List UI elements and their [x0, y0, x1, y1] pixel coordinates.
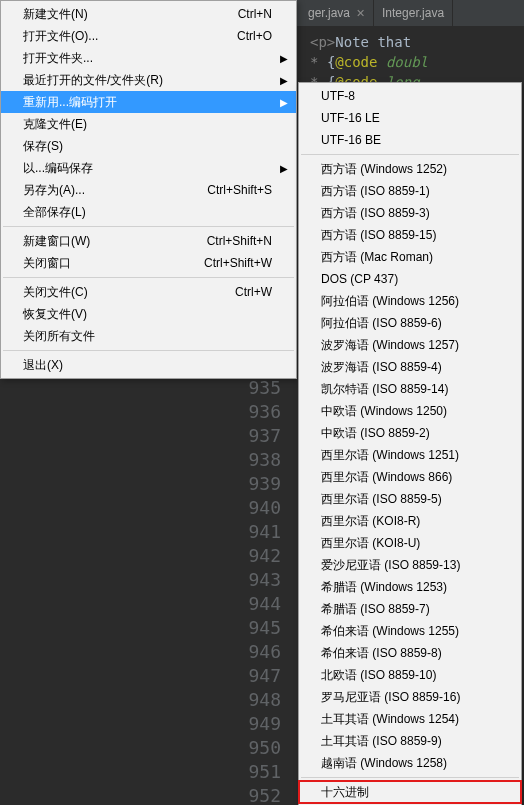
encoding-item-label: 凯尔特语 (ISO 8859-14) — [321, 381, 448, 398]
encoding-item[interactable]: 西方语 (ISO 8859-1) — [299, 180, 521, 202]
encoding-item[interactable]: 西里尔语 (Windows 866) — [299, 466, 521, 488]
chevron-right-icon: ▶ — [280, 53, 288, 64]
encoding-item-label: 土耳其语 (Windows 1254) — [321, 711, 459, 728]
menu-item-shortcut: Ctrl+Shift+N — [207, 234, 272, 248]
encoding-item-label: 爱沙尼亚语 (ISO 8859-13) — [321, 557, 460, 574]
menu-item-label: 新建窗口(W) — [23, 233, 207, 250]
encoding-item[interactable]: UTF-8 — [299, 85, 521, 107]
code-text: <p> — [310, 34, 335, 50]
menu-item[interactable]: 恢复文件(V) — [1, 303, 296, 325]
encoding-item-label: 西方语 (ISO 8859-3) — [321, 205, 430, 222]
menu-item[interactable]: 新建窗口(W)Ctrl+Shift+N — [1, 230, 296, 252]
menu-item[interactable]: 克隆文件(E) — [1, 113, 296, 135]
chevron-right-icon: ▶ — [280, 163, 288, 174]
encoding-item[interactable]: 越南语 (Windows 1258) — [299, 752, 521, 774]
chevron-right-icon: ▶ — [280, 75, 288, 86]
encoding-item[interactable]: 土耳其语 (Windows 1254) — [299, 708, 521, 730]
encoding-item[interactable]: UTF-16 LE — [299, 107, 521, 129]
menu-item[interactable]: 最近打开的文件/文件夹(R)▶ — [1, 69, 296, 91]
menu-separator — [301, 777, 519, 778]
encoding-item[interactable]: 西里尔语 (KOI8-R) — [299, 510, 521, 532]
encoding-item[interactable]: 西里尔语 (Windows 1251) — [299, 444, 521, 466]
menu-item[interactable]: 关闭所有文件 — [1, 325, 296, 347]
encoding-item-label: 西方语 (ISO 8859-1) — [321, 183, 430, 200]
menu-item-label: 另存为(A)... — [23, 182, 207, 199]
menu-item[interactable]: 退出(X) — [1, 354, 296, 376]
menu-item-shortcut: Ctrl+Shift+S — [207, 183, 272, 197]
encoding-item[interactable]: 西方语 (ISO 8859-15) — [299, 224, 521, 246]
encoding-item-label: UTF-8 — [321, 89, 355, 103]
code-text: * — [310, 54, 318, 70]
line-number: 940 — [229, 496, 289, 520]
encoding-item-label: 西里尔语 (Windows 1251) — [321, 447, 459, 464]
menu-item[interactable]: 关闭窗口Ctrl+Shift+W — [1, 252, 296, 274]
menu-item[interactable]: 新建文件(N)Ctrl+N — [1, 3, 296, 25]
tab-integer-java[interactable]: Integer.java — [374, 0, 453, 26]
menu-item[interactable]: 打开文件夹...▶ — [1, 47, 296, 69]
encoding-item[interactable]: 西方语 (ISO 8859-3) — [299, 202, 521, 224]
line-number: 939 — [229, 472, 289, 496]
encoding-item[interactable]: 爱沙尼亚语 (ISO 8859-13) — [299, 554, 521, 576]
menu-item[interactable]: 重新用...编码打开▶ — [1, 91, 296, 113]
encoding-item[interactable]: 罗马尼亚语 (ISO 8859-16) — [299, 686, 521, 708]
encoding-item[interactable]: 希伯来语 (Windows 1255) — [299, 620, 521, 642]
line-number: 950 — [229, 736, 289, 760]
chevron-right-icon: ▶ — [280, 97, 288, 108]
encoding-item[interactable]: 西方语 (Mac Roman) — [299, 246, 521, 268]
encoding-item[interactable]: 西里尔语 (KOI8-U) — [299, 532, 521, 554]
encoding-item[interactable]: 西里尔语 (ISO 8859-5) — [299, 488, 521, 510]
menu-item[interactable]: 关闭文件(C)Ctrl+W — [1, 281, 296, 303]
encoding-item[interactable]: 中欧语 (Windows 1250) — [299, 400, 521, 422]
encoding-item[interactable]: DOS (CP 437) — [299, 268, 521, 290]
encoding-item[interactable]: 希腊语 (ISO 8859-7) — [299, 598, 521, 620]
encoding-item[interactable]: 阿拉伯语 (Windows 1256) — [299, 290, 521, 312]
encoding-item[interactable]: 土耳其语 (ISO 8859-9) — [299, 730, 521, 752]
code-text: Note that — [335, 34, 411, 50]
encoding-item-label: 西里尔语 (KOI8-R) — [321, 513, 420, 530]
menu-item-label: 保存(S) — [23, 138, 272, 155]
line-number: 936 — [229, 400, 289, 424]
encoding-item[interactable]: 希伯来语 (ISO 8859-8) — [299, 642, 521, 664]
menu-item-label: 退出(X) — [23, 357, 272, 374]
line-gutter: 935 936 937 938 939 940 941 942 943 944 … — [229, 376, 289, 805]
menu-item-shortcut: Ctrl+N — [238, 7, 272, 21]
close-icon[interactable]: ✕ — [356, 7, 365, 20]
line-number: 948 — [229, 688, 289, 712]
line-number: 952 — [229, 784, 289, 805]
encoding-submenu: UTF-8UTF-16 LEUTF-16 BE西方语 (Windows 1252… — [298, 82, 522, 805]
menu-item-label: 重新用...编码打开 — [23, 94, 272, 111]
encoding-item[interactable]: UTF-16 BE — [299, 129, 521, 151]
encoding-item[interactable]: 凯尔特语 (ISO 8859-14) — [299, 378, 521, 400]
encoding-item-label: 西里尔语 (Windows 866) — [321, 469, 452, 486]
encoding-item[interactable]: 北欧语 (ISO 8859-10) — [299, 664, 521, 686]
line-number: 937 — [229, 424, 289, 448]
encoding-item[interactable]: 中欧语 (ISO 8859-2) — [299, 422, 521, 444]
encoding-item-hex[interactable]: 十六进制 — [299, 781, 521, 803]
encoding-item[interactable]: 阿拉伯语 (ISO 8859-6) — [299, 312, 521, 334]
encoding-item-label: DOS (CP 437) — [321, 272, 398, 286]
tab-label: ger.java — [308, 6, 350, 20]
menu-separator — [3, 350, 294, 351]
encoding-item[interactable]: 波罗海语 (ISO 8859-4) — [299, 356, 521, 378]
menu-separator — [3, 226, 294, 227]
menu-item[interactable]: 以...编码保存▶ — [1, 157, 296, 179]
encoding-item-label: 北欧语 (ISO 8859-10) — [321, 667, 436, 684]
tab-label: Integer.java — [382, 6, 444, 20]
menu-item-label: 新建文件(N) — [23, 6, 238, 23]
encoding-item[interactable]: 西方语 (Windows 1252) — [299, 158, 521, 180]
tab-ger-java[interactable]: ger.java ✕ — [300, 0, 374, 26]
menu-item[interactable]: 全部保存(L) — [1, 201, 296, 223]
encoding-item-label: 希伯来语 (Windows 1255) — [321, 623, 459, 640]
encoding-item-label: 西里尔语 (ISO 8859-5) — [321, 491, 442, 508]
encoding-item[interactable]: 希腊语 (Windows 1253) — [299, 576, 521, 598]
line-number: 942 — [229, 544, 289, 568]
menu-item[interactable]: 打开文件(O)...Ctrl+O — [1, 25, 296, 47]
line-number: 938 — [229, 448, 289, 472]
code-text: doubl — [386, 54, 428, 70]
encoding-item-label: 中欧语 (ISO 8859-2) — [321, 425, 430, 442]
menu-item[interactable]: 另存为(A)...Ctrl+Shift+S — [1, 179, 296, 201]
menu-item[interactable]: 保存(S) — [1, 135, 296, 157]
line-number: 949 — [229, 712, 289, 736]
menu-item-label: 恢复文件(V) — [23, 306, 272, 323]
encoding-item[interactable]: 波罗海语 (Windows 1257) — [299, 334, 521, 356]
